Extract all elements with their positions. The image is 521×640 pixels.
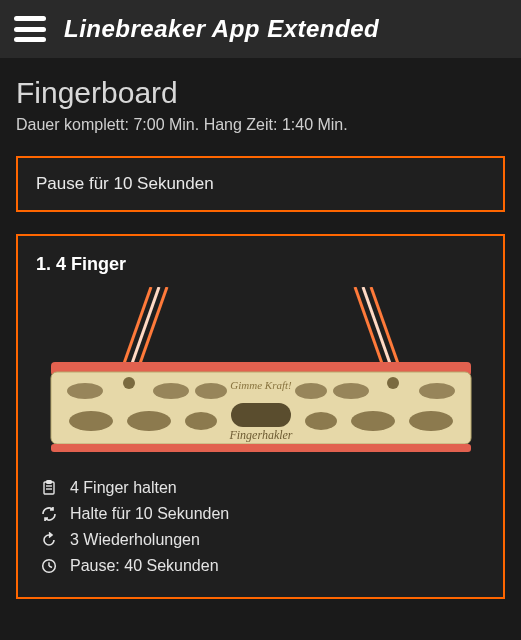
svg-point-18: [185, 412, 217, 430]
pause-card[interactable]: Pause für 10 Sekunden: [16, 156, 505, 212]
refresh-icon: [40, 505, 58, 523]
svg-point-17: [127, 411, 171, 431]
detail-text: 4 Finger halten: [70, 479, 177, 497]
svg-rect-25: [47, 481, 52, 483]
svg-line-1: [129, 287, 159, 372]
content-area: Fingerboard Dauer komplett: 7:00 Min. Ha…: [0, 58, 521, 617]
svg-point-11: [153, 383, 189, 399]
svg-point-15: [419, 383, 455, 399]
exercise-title: 1. 4 Finger: [36, 254, 485, 275]
exercise-card[interactable]: 1. 4 Finger: [16, 234, 505, 599]
exercise-details: 4 Finger halten Halte für 10 Sekunden: [36, 475, 485, 579]
board-brand-bottom: Fingerhakler: [228, 428, 292, 442]
svg-line-3: [355, 287, 385, 372]
app-header: Linebreaker App Extended: [0, 0, 521, 58]
svg-rect-23: [51, 444, 471, 452]
clock-icon: [40, 557, 58, 575]
fingerboard-image: Gimme Kraft! Fingerhakler: [36, 287, 485, 457]
list-item: Pause: 40 Sekunden: [40, 553, 481, 579]
svg-point-8: [123, 377, 135, 389]
svg-point-14: [333, 383, 369, 399]
svg-line-5: [371, 287, 401, 372]
svg-point-19: [305, 412, 337, 430]
app-title: Linebreaker App Extended: [64, 15, 379, 43]
board-brand-top: Gimme Kraft!: [230, 379, 292, 391]
detail-text: Halte für 10 Sekunden: [70, 505, 229, 523]
svg-point-13: [295, 383, 327, 399]
svg-point-20: [351, 411, 395, 431]
list-item: Halte für 10 Sekunden: [40, 501, 481, 527]
svg-line-0: [121, 287, 151, 372]
page-title: Fingerboard: [16, 76, 505, 110]
svg-point-10: [67, 383, 103, 399]
svg-point-12: [195, 383, 227, 399]
repeat-icon: [40, 531, 58, 549]
svg-point-21: [409, 411, 453, 431]
svg-line-30: [49, 566, 52, 568]
pause-text: Pause für 10 Sekunden: [36, 174, 214, 193]
svg-line-4: [363, 287, 393, 372]
detail-text: Pause: 40 Sekunden: [70, 557, 219, 575]
page-subtitle: Dauer komplett: 7:00 Min. Hang Zeit: 1:4…: [16, 116, 505, 134]
svg-point-16: [69, 411, 113, 431]
list-item: 3 Wiederholungen: [40, 527, 481, 553]
svg-point-9: [387, 377, 399, 389]
svg-line-2: [137, 287, 167, 372]
detail-text: 3 Wiederholungen: [70, 531, 200, 549]
clipboard-icon: [40, 479, 58, 497]
menu-icon[interactable]: [14, 16, 46, 42]
svg-rect-22: [231, 403, 291, 427]
list-item: 4 Finger halten: [40, 475, 481, 501]
